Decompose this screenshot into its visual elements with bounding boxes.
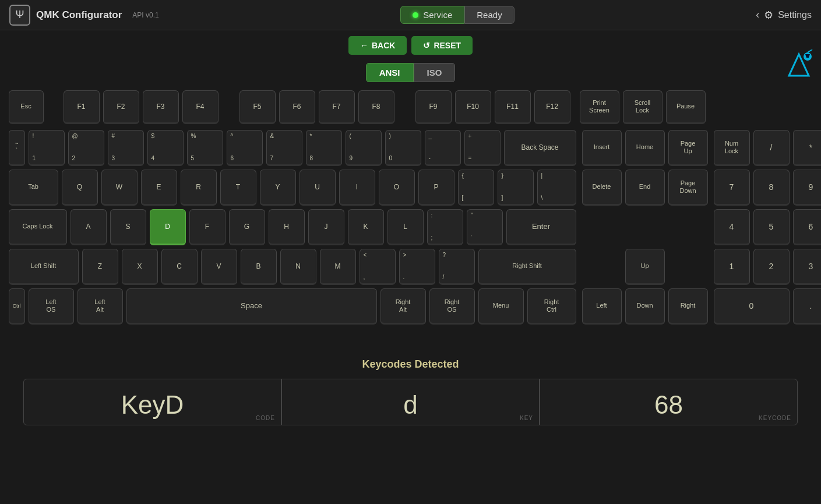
key-num-0[interactable]: 0: [714, 288, 790, 325]
key-enter[interactable]: Enter: [506, 209, 576, 245]
key-m[interactable]: M: [320, 249, 356, 285]
key-3[interactable]: #3: [108, 130, 144, 166]
key-f4[interactable]: F4: [182, 90, 219, 124]
key-backspace[interactable]: Back Space: [504, 130, 576, 166]
key-f2[interactable]: F2: [103, 90, 139, 124]
key-close-bracket[interactable]: }]: [498, 170, 534, 206]
key-r[interactable]: R: [181, 170, 217, 206]
key-num-3[interactable]: 3: [793, 249, 822, 285]
key-g[interactable]: G: [229, 209, 265, 245]
key-insert[interactable]: Insert: [582, 130, 622, 166]
key-9[interactable]: (9: [346, 130, 382, 166]
key-e[interactable]: E: [141, 170, 177, 206]
key-caps-lock[interactable]: Caps Lock: [9, 209, 67, 245]
service-tab[interactable]: Service: [400, 6, 464, 24]
key-open-bracket[interactable]: {[: [458, 170, 494, 206]
key-print-screen[interactable]: PrintScreen: [580, 90, 619, 124]
key-up[interactable]: Up: [625, 249, 665, 285]
key-j[interactable]: J: [308, 209, 344, 245]
key-k[interactable]: K: [348, 209, 384, 245]
key-down[interactable]: Down: [625, 288, 665, 325]
key-f10[interactable]: F10: [455, 90, 491, 124]
chevron-left-icon[interactable]: ‹: [756, 9, 759, 21]
key-period[interactable]: >.: [399, 249, 435, 285]
ansi-button[interactable]: ANSI: [366, 63, 414, 82]
ready-tab[interactable]: Ready: [464, 6, 514, 24]
key-c[interactable]: C: [161, 249, 198, 285]
key-semicolon[interactable]: :;: [427, 209, 463, 245]
key-right-os[interactable]: RightOS: [429, 288, 475, 325]
key-h[interactable]: H: [269, 209, 305, 245]
gear-icon[interactable]: ⚙: [764, 9, 773, 22]
key-delete[interactable]: Delete: [582, 170, 622, 206]
key-left[interactable]: Left: [582, 288, 622, 325]
key-num-slash[interactable]: /: [753, 130, 790, 166]
key-num-asterisk[interactable]: *: [793, 130, 822, 166]
key-z[interactable]: Z: [82, 249, 118, 285]
key-f3[interactable]: F3: [143, 90, 179, 124]
key-slash[interactable]: ?/: [439, 249, 475, 285]
reset-button[interactable]: ↺ RESET: [411, 36, 473, 55]
key-left-alt[interactable]: LeftAlt: [77, 288, 123, 325]
key-right-alt[interactable]: RightAlt: [380, 288, 426, 325]
key-f12[interactable]: F12: [534, 90, 570, 124]
key-esc[interactable]: Esc: [9, 90, 44, 124]
key-a[interactable]: A: [71, 209, 107, 245]
key-num-1[interactable]: 1: [714, 249, 750, 285]
key-1[interactable]: !1: [29, 130, 65, 166]
back-button[interactable]: ← BACK: [348, 36, 407, 55]
key-b[interactable]: B: [241, 249, 277, 285]
key-x[interactable]: X: [122, 249, 158, 285]
key-f11[interactable]: F11: [495, 90, 531, 124]
key-num-7[interactable]: 7: [714, 170, 750, 206]
key-backtick[interactable]: ~`: [9, 130, 25, 166]
key-f[interactable]: F: [189, 209, 225, 245]
key-t[interactable]: T: [220, 170, 256, 206]
key-w[interactable]: W: [101, 170, 138, 206]
key-num-6[interactable]: 6: [793, 209, 822, 245]
key-page-down[interactable]: PageDown: [668, 170, 708, 206]
iso-button[interactable]: ISO: [414, 63, 456, 82]
key-minus[interactable]: _-: [425, 130, 461, 166]
key-i[interactable]: I: [339, 170, 375, 206]
key-space[interactable]: Space: [126, 288, 377, 325]
key-q[interactable]: Q: [62, 170, 98, 206]
key-page-up[interactable]: PageUp: [668, 130, 708, 166]
key-num-9[interactable]: 9: [793, 170, 822, 206]
key-n[interactable]: N: [280, 249, 316, 285]
key-home[interactable]: Home: [625, 130, 665, 166]
key-5[interactable]: %5: [187, 130, 223, 166]
key-equals[interactable]: +=: [464, 130, 501, 166]
key-p[interactable]: P: [418, 170, 454, 206]
key-f5[interactable]: F5: [239, 90, 276, 124]
key-left-os[interactable]: LeftOS: [29, 288, 74, 325]
key-menu[interactable]: Menu: [478, 288, 524, 325]
key-y[interactable]: Y: [260, 170, 296, 206]
key-num-5[interactable]: 5: [753, 209, 790, 245]
key-left-shift[interactable]: Left Shift: [9, 249, 79, 285]
key-0[interactable]: )0: [385, 130, 421, 166]
key-f8[interactable]: F8: [358, 90, 394, 124]
key-scroll-lock[interactable]: ScrollLock: [623, 90, 663, 124]
key-s[interactable]: S: [110, 209, 146, 245]
key-backslash[interactable]: |\: [537, 170, 576, 206]
settings-label[interactable]: Settings: [778, 10, 812, 20]
key-num-2[interactable]: 2: [753, 249, 790, 285]
key-o[interactable]: O: [379, 170, 415, 206]
key-6[interactable]: ^6: [227, 130, 263, 166]
key-v[interactable]: V: [201, 249, 237, 285]
key-f9[interactable]: F9: [415, 90, 452, 124]
key-comma[interactable]: <,: [360, 249, 396, 285]
key-f1[interactable]: F1: [64, 90, 100, 124]
key-left-ctrl[interactable]: Ctrl: [9, 288, 25, 325]
key-4[interactable]: $4: [147, 130, 184, 166]
key-right[interactable]: Right: [668, 288, 708, 325]
key-num-lock[interactable]: NumLock: [714, 130, 750, 166]
key-u[interactable]: U: [299, 170, 336, 206]
key-f6[interactable]: F6: [279, 90, 315, 124]
key-d[interactable]: D: [150, 209, 186, 245]
key-7[interactable]: &7: [266, 130, 302, 166]
key-8[interactable]: *8: [306, 130, 342, 166]
key-quote[interactable]: "': [467, 209, 503, 245]
key-num-4[interactable]: 4: [714, 209, 750, 245]
